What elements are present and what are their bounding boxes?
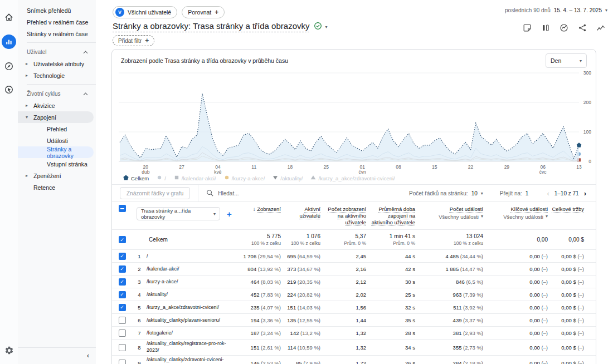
- metric-cell: 0,00 $ (–): [549, 279, 585, 285]
- explore-icon[interactable]: [3, 60, 15, 72]
- sidebar-item-realtime-pages[interactable]: Stránky v reálném čase: [18, 28, 96, 40]
- legend-item[interactable]: /: [157, 175, 166, 181]
- date-range-picker[interactable]: posledních 90 dnů 15. 4. – 13. 7. 2025 ▾: [505, 7, 607, 13]
- home-icon[interactable]: [3, 11, 15, 23]
- previous-page-icon[interactable]: ‹: [545, 189, 551, 198]
- row-checkbox[interactable]: ✓: [119, 304, 126, 311]
- page-path-cell: /aktuality_clanky/zdravotni-cviceni-zrus…: [147, 356, 240, 364]
- page-title[interactable]: Stránky a obrazovky: Trasa stránky a tří…: [113, 21, 309, 32]
- select-all-checkbox[interactable]: [119, 205, 126, 212]
- totals-cell: 0,00 $: [549, 237, 585, 243]
- rows-per-page-value[interactable]: 10: [471, 190, 478, 196]
- metric-cell: 0,00 (–): [484, 292, 549, 298]
- svg-text:0: 0: [588, 159, 591, 164]
- admin-gear-icon[interactable]: [3, 344, 15, 356]
- totals-checkbox[interactable]: ✓: [119, 236, 126, 243]
- sidebar-item-snapshot[interactable]: Snímek přehledů: [18, 4, 96, 16]
- column-header[interactable]: Aktivní uživatelé: [282, 205, 322, 220]
- row-checkbox[interactable]: [119, 360, 126, 364]
- triangle-down-icon: [273, 175, 278, 181]
- sidebar: Snímek přehledů Přehled v reálném čase S…: [18, 0, 96, 364]
- legend-item[interactable]: /kurzy_a_akce/zdravotni-cviceni/: [310, 175, 395, 181]
- notes-icon[interactable]: [523, 23, 532, 32]
- column-header[interactable]: Celkové tržby: [549, 205, 585, 214]
- metric-cell: 1,72: [322, 360, 367, 364]
- date-range-value: 15. 4. – 13. 7. 2025: [554, 7, 602, 13]
- sidebar-item-events[interactable]: Události: [18, 135, 96, 146]
- metric-cell: 355 (2,73 %): [416, 345, 484, 351]
- reports-icon[interactable]: [2, 35, 16, 49]
- legend-item[interactable]: /kurzy-a-akce/: [224, 175, 265, 181]
- row-checkbox[interactable]: ✓: [119, 278, 126, 286]
- sidebar-item-overview[interactable]: Přehled: [18, 123, 96, 135]
- svg-text:čvn: čvn: [359, 169, 367, 174]
- add-dimension-icon[interactable]: +: [227, 209, 232, 219]
- audience-chip[interactable]: V Všichni uživatelé: [113, 6, 177, 18]
- pagination-range: 1–10 z 71: [554, 190, 579, 196]
- sidebar-item-technology[interactable]: ▸Technologie: [18, 70, 96, 81]
- trending-icon[interactable]: [596, 23, 605, 32]
- plot-rows-button[interactable]: Znázornit řádky v grafu: [120, 187, 190, 199]
- events-filter-dropdown[interactable]: Všechny události ▾: [417, 214, 483, 220]
- row-checkbox[interactable]: ✓: [119, 291, 126, 298]
- page-path-cell: /aktuality_clanky/registrace-pro-rok-202…: [147, 340, 240, 355]
- row-number: 3: [132, 279, 147, 285]
- metric-cell: 1,44: [322, 317, 367, 323]
- table-search[interactable]: [206, 189, 279, 198]
- chevron-down-icon: ▾: [580, 58, 582, 63]
- legend-item[interactable]: Celkem: [123, 175, 149, 181]
- compare-reports-icon[interactable]: [541, 23, 550, 32]
- row-checkbox[interactable]: [119, 344, 126, 351]
- search-input[interactable]: [218, 190, 279, 196]
- chevron-down-icon[interactable]: ▾: [481, 191, 483, 196]
- metric-cell: 2,12: [322, 279, 367, 285]
- add-filter-chip[interactable]: Přidat filtr +: [113, 35, 154, 46]
- svg-text:čvc: čvc: [539, 169, 547, 174]
- compare-chip[interactable]: Porovnat +: [182, 6, 225, 18]
- rows-per-page-label: Počet řádků na stránku:: [409, 190, 468, 196]
- sidebar-section-user[interactable]: Uživatel: [18, 46, 96, 58]
- row-checkbox[interactable]: ✓: [119, 265, 126, 273]
- sidebar-item-landing-page[interactable]: Vstupní stránka: [18, 158, 96, 170]
- page-path-cell: /kalendar-akci/: [147, 265, 240, 274]
- report-status-control[interactable]: ▾: [314, 22, 327, 32]
- sidebar-item-engagement[interactable]: ▾Zapojení: [18, 111, 94, 123]
- table-controls: Znázornit řádky v grafu Počet řádků na s…: [112, 184, 596, 202]
- sidebar-item-retention[interactable]: Retence: [18, 181, 96, 193]
- row-checkbox[interactable]: ✓: [119, 253, 126, 260]
- dimension-select[interactable]: Trasa stránky a...řída obrazovky ▾: [137, 207, 220, 220]
- sidebar-item-user-attributes[interactable]: ▸Uživatelské atributy: [18, 58, 96, 70]
- goto-page-value[interactable]: 1: [526, 190, 529, 196]
- sidebar-item-realtime-overview[interactable]: Přehled v reálném čase: [18, 16, 96, 28]
- column-header[interactable]: Průměrná doba zapojení na aktivního uživ…: [367, 205, 416, 227]
- next-page-icon[interactable]: ›: [582, 189, 588, 198]
- collapse-sidebar-icon[interactable]: ‹: [87, 352, 89, 360]
- row-checkbox[interactable]: [119, 329, 126, 337]
- legend-item[interactable]: /aktuality/: [273, 175, 303, 181]
- report-actions: [523, 23, 605, 32]
- legend-item[interactable]: /kalendar-akci/: [174, 175, 216, 181]
- sidebar-item-pages-screens[interactable]: Stránky a obrazovky: [18, 146, 94, 158]
- column-header[interactable]: Počet zobrazení na aktivního uživatele: [322, 205, 367, 227]
- row-number: 6: [132, 317, 147, 323]
- granularity-select[interactable]: Den ▾: [546, 53, 587, 68]
- sidebar-item-acquisition[interactable]: ▸Akvizice: [18, 100, 96, 111]
- column-header[interactable]: Klíčové událostiVšechny události ▾: [484, 205, 549, 222]
- share-icon[interactable]: [578, 23, 587, 32]
- column-header[interactable]: ↓ Zobrazení: [240, 205, 282, 214]
- sidebar-footer: ‹: [18, 347, 96, 364]
- sidebar-section-lifecycle[interactable]: Životní cyklus: [18, 87, 96, 100]
- events-filter-dropdown[interactable]: Všechny události ▾: [485, 214, 548, 220]
- metric-cell: 284 (2,18 %): [416, 360, 484, 364]
- metric-cell: 224 (20,82 %): [282, 292, 322, 298]
- metric-cell: 35 s: [367, 317, 416, 323]
- column-header[interactable]: Počet událostíVšechny události ▾: [416, 205, 484, 222]
- row-checkbox[interactable]: [119, 317, 126, 324]
- insights-icon[interactable]: [560, 23, 568, 32]
- advertising-icon[interactable]: [3, 83, 15, 96]
- metric-cell: 464 (8,03 %): [240, 279, 282, 285]
- metric-cell: 0,00 (–): [484, 317, 549, 323]
- table-row: ✓1/1 706 (29,54 %)695 (64,59 %)2,4544 s4…: [112, 250, 596, 263]
- plus-icon: +: [145, 37, 149, 45]
- sidebar-item-monetization[interactable]: ▸Zpeněžení: [18, 170, 96, 181]
